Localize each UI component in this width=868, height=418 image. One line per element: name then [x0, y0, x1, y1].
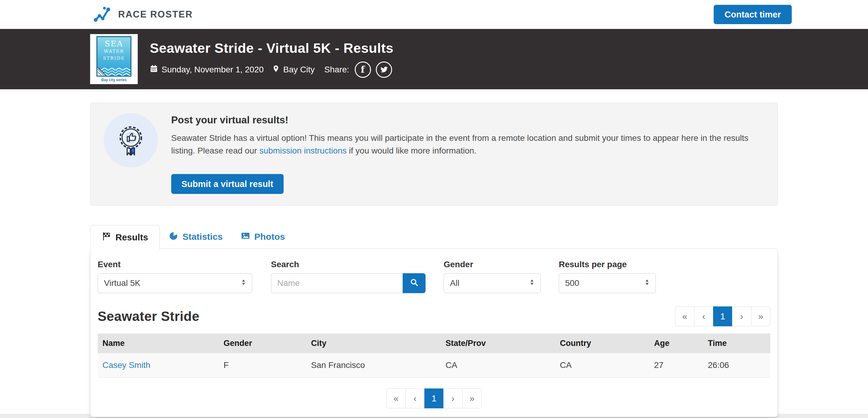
column-time: Time	[703, 333, 770, 353]
per-page-select-value: 500	[565, 278, 579, 288]
event-select[interactable]: Virtual 5K	[98, 273, 252, 293]
up-down-caret-icon	[645, 278, 650, 288]
logo-text-sea: SEA	[104, 40, 123, 48]
column-age: Age	[649, 333, 703, 353]
search-button[interactable]	[403, 273, 426, 293]
event-filter: Event Virtual 5K	[98, 260, 252, 293]
race-roster-logo[interactable]: RACE ROSTER	[93, 5, 193, 24]
submit-virtual-result-button[interactable]: Submit a virtual result	[171, 174, 284, 194]
pagination-top: « ‹ 1 › »	[675, 306, 770, 326]
results-panel: Event Virtual 5K Search	[90, 248, 778, 417]
table-row: Casey Smith F San Francisco CA CA 27 26:…	[98, 353, 770, 378]
logo-text-stride: STRIDE	[103, 55, 125, 62]
event-location-text: Bay City	[283, 65, 315, 74]
participant-name-link[interactable]: Casey Smith	[102, 360, 150, 370]
results-heading: Seawater Stride	[98, 309, 199, 324]
results-table: Name Gender City State/Prov Country Age …	[98, 333, 770, 378]
event-location: Bay City	[272, 65, 315, 74]
facebook-icon[interactable]: f	[355, 62, 371, 78]
search-filter: Search	[271, 260, 426, 293]
gender-filter-label: Gender	[444, 260, 541, 269]
cell-age: 27	[649, 353, 703, 378]
per-page-filter-label: Results per page	[559, 260, 656, 269]
tab-results-label: Results	[116, 232, 148, 242]
twitter-icon[interactable]	[376, 62, 392, 78]
previous-page-button[interactable]: ‹	[694, 306, 713, 326]
cell-country: CA	[555, 353, 649, 378]
search-filter-label: Search	[271, 260, 426, 269]
event-filter-label: Event	[98, 260, 252, 269]
filters-row: Event Virtual 5K Search	[98, 260, 770, 293]
banner-text-after-link: if you would like more information.	[347, 146, 476, 155]
first-page-button[interactable]: «	[675, 306, 694, 326]
page-1-button[interactable]: 1	[424, 388, 444, 408]
share-label: Share:	[324, 65, 349, 74]
column-gender: Gender	[219, 333, 306, 353]
banner-heading: Post your virtual results!	[171, 114, 763, 126]
column-country: Country	[555, 333, 649, 353]
virtual-results-banner: Post your virtual results! Seawater Stri…	[90, 102, 778, 206]
last-page-button[interactable]: »	[751, 306, 770, 326]
image-icon	[241, 231, 250, 242]
event-logo-card: SEA WATER STRIDE Bay city series	[90, 34, 138, 84]
contact-timer-button[interactable]: Contact timer	[714, 5, 792, 24]
magnifier-icon	[410, 278, 418, 289]
last-page-button[interactable]: »	[462, 388, 482, 408]
column-name: Name	[98, 333, 219, 353]
gender-select-value: All	[450, 278, 459, 288]
first-page-button[interactable]: «	[386, 388, 406, 408]
gender-filter: Gender All	[444, 260, 541, 293]
column-city: City	[306, 333, 441, 353]
banner-paragraph: Seawater Stride has a virtual option! Th…	[171, 132, 763, 157]
logo-text-water: WATER	[104, 48, 124, 55]
event-logo-poster: SEA WATER STRIDE	[96, 36, 131, 77]
tab-results[interactable]: Results	[90, 225, 160, 249]
tab-statistics[interactable]: Statistics	[160, 225, 231, 248]
column-state-prov: State/Prov	[441, 333, 555, 353]
logo-caption: Bay city series	[101, 78, 127, 82]
event-date: Sunday, November 1, 2020	[150, 64, 264, 75]
event-select-value: Virtual 5K	[104, 278, 141, 288]
checkered-flag-icon	[102, 232, 111, 243]
cell-state-prov: CA	[441, 353, 555, 378]
next-page-button[interactable]: ›	[443, 388, 463, 408]
up-down-caret-icon	[530, 278, 534, 288]
map-pin-icon	[272, 65, 280, 74]
per-page-select[interactable]: 500	[559, 273, 656, 293]
next-page-button[interactable]: ›	[732, 306, 751, 326]
pie-chart-icon	[169, 231, 178, 242]
cell-city: San Francisco	[306, 353, 441, 378]
page-1-button[interactable]: 1	[713, 306, 733, 326]
up-down-caret-icon	[241, 278, 246, 288]
topbar: RACE ROSTER Contact timer	[0, 0, 868, 29]
table-header-row: Name Gender City State/Prov Country Age …	[98, 333, 770, 353]
event-header: SEA WATER STRIDE Bay city series Seawate…	[0, 29, 868, 89]
route-zigzag-icon	[93, 5, 112, 24]
main-content: Post your virtual results! Seawater Stri…	[90, 102, 778, 417]
event-date-text: Sunday, November 1, 2020	[161, 65, 264, 74]
tab-photos-label: Photos	[254, 232, 285, 242]
pagination-bottom: « ‹ 1 › »	[386, 388, 482, 408]
search-input[interactable]	[271, 273, 403, 293]
results-tabs: Results Statistics Photos	[90, 225, 778, 248]
previous-page-button[interactable]: ‹	[405, 388, 425, 408]
corner-stripes-graphic	[97, 63, 110, 76]
tab-statistics-label: Statistics	[182, 232, 222, 242]
page-title: Seawater Stride - Virtual 5K - Results	[150, 40, 393, 56]
brand-wordmark: RACE ROSTER	[118, 9, 193, 20]
per-page-filter: Results per page 500	[559, 260, 656, 293]
cell-time: 26:06	[703, 353, 770, 378]
award-ribbon-icon	[104, 113, 158, 168]
cell-gender: F	[219, 353, 306, 378]
calendar-icon	[150, 64, 158, 75]
tab-photos[interactable]: Photos	[232, 225, 294, 248]
gender-select[interactable]: All	[444, 273, 541, 293]
submission-instructions-link[interactable]: submission instructions	[259, 146, 347, 155]
